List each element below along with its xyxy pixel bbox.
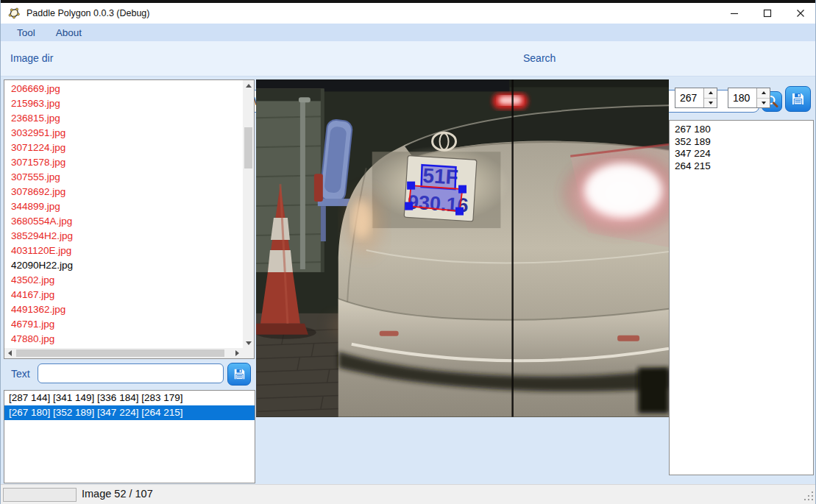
polygon-annotation-selected[interactable] bbox=[409, 185, 463, 211]
points-list: 267 180352 189347 224264 215 bbox=[669, 120, 814, 475]
statusbar: Image 52 / 107 bbox=[1, 484, 816, 504]
file-list-item[interactable]: 4491362.jpg bbox=[4, 302, 243, 317]
window-controls bbox=[717, 3, 816, 24]
polygon-list: [287 144] [341 149] [336 184] [283 179][… bbox=[4, 390, 255, 483]
x-spin-down-button[interactable] bbox=[704, 98, 717, 108]
titlebar: Paddle Polygon 0.0.3 (Debug) bbox=[1, 3, 816, 24]
progress-bar bbox=[3, 488, 77, 502]
close-button[interactable] bbox=[784, 3, 816, 24]
save-points-button[interactable] bbox=[785, 86, 811, 112]
file-list-item[interactable]: 47880.jpg bbox=[4, 332, 243, 347]
scroll-up-button[interactable] bbox=[243, 80, 254, 91]
minimize-button[interactable] bbox=[717, 3, 751, 24]
image-canvas[interactable]: 51F 930.16 bbox=[256, 79, 669, 417]
point-list-item[interactable]: 347 224 bbox=[670, 148, 813, 160]
file-list-item[interactable]: 206669.jpg bbox=[4, 82, 243, 96]
file-list-item[interactable]: 344899.jpg bbox=[4, 199, 243, 214]
polygon-list-item[interactable]: [267 180] [352 189] [347 224] [264 215] bbox=[4, 405, 255, 420]
file-list: 206669.jpg215963.jpg236815.jpg3032951.jp… bbox=[4, 79, 255, 359]
spin-up-icon bbox=[709, 91, 713, 94]
file-list-item[interactable]: 3032951.jpg bbox=[4, 126, 243, 141]
file-list-item[interactable]: 3078692.jpg bbox=[4, 185, 243, 199]
file-list-vscrollbar[interactable] bbox=[243, 80, 254, 349]
file-list-item[interactable]: 3071578.jpg bbox=[4, 155, 243, 170]
polygon-handle[interactable] bbox=[407, 182, 415, 190]
x-coordinate-input[interactable] bbox=[675, 88, 703, 107]
file-list-rows: 206669.jpg215963.jpg236815.jpg3032951.jp… bbox=[4, 82, 243, 348]
point-list-item[interactable]: 264 215 bbox=[670, 160, 813, 173]
file-list-item[interactable]: 44167.jpg bbox=[4, 288, 243, 302]
x-spin-up-button[interactable] bbox=[704, 88, 717, 98]
image-dir-label: Image dir bbox=[10, 52, 53, 64]
close-icon bbox=[796, 9, 805, 18]
menu-item[interactable]: About bbox=[52, 26, 86, 40]
file-list-item[interactable]: 4031120E.jpg bbox=[4, 244, 243, 258]
polygon-handle[interactable] bbox=[405, 202, 413, 210]
file-list-item[interactable]: 215963.jpg bbox=[4, 96, 243, 111]
file-list-item[interactable]: 3071224.jpg bbox=[4, 141, 243, 155]
photo-car-rear: 51F 930.16 bbox=[256, 79, 669, 417]
chevron-up-icon bbox=[246, 84, 252, 88]
resize-grip[interactable] bbox=[804, 491, 813, 500]
vscrollbar-thumb[interactable] bbox=[244, 127, 252, 168]
app-icon bbox=[7, 7, 21, 20]
text-label: Text bbox=[11, 368, 30, 380]
scroll-left-button[interactable] bbox=[4, 348, 15, 358]
spin-up-icon bbox=[762, 91, 766, 94]
maximize-button[interactable] bbox=[751, 3, 784, 24]
scroll-down-button[interactable] bbox=[243, 338, 254, 349]
menubar: ToolAbout bbox=[1, 24, 816, 41]
save-text-button[interactable] bbox=[227, 363, 251, 386]
file-list-item[interactable]: 385294H2.jpg bbox=[4, 229, 243, 244]
maximize-icon bbox=[763, 9, 772, 18]
file-list-hscrollbar[interactable] bbox=[4, 348, 243, 358]
app-window: Paddle Polygon 0.0.3 (Debug) ToolAbout I… bbox=[0, 0, 816, 504]
toolbar: Image dir Search bbox=[1, 41, 816, 77]
file-list-item[interactable]: 46791.jpg bbox=[4, 317, 243, 332]
file-list-item[interactable]: 43502.jpg bbox=[4, 273, 243, 288]
y-coordinate-input[interactable] bbox=[728, 88, 756, 107]
chevron-left-icon bbox=[8, 350, 12, 356]
file-list-item[interactable]: 3680554A.jpg bbox=[4, 214, 243, 229]
hscrollbar-thumb[interactable] bbox=[16, 349, 224, 357]
floppy-disk-icon bbox=[790, 91, 806, 107]
status-text: Image 52 / 107 bbox=[82, 488, 153, 500]
polygon-annotation[interactable] bbox=[422, 165, 456, 189]
text-input[interactable] bbox=[38, 363, 224, 383]
search-label: Search bbox=[523, 52, 556, 64]
y-spinbox bbox=[728, 88, 770, 108]
point-list-item[interactable]: 352 189 bbox=[670, 136, 813, 149]
y-spin-down-button[interactable] bbox=[757, 98, 770, 108]
spin-down-icon bbox=[709, 102, 713, 104]
chevron-right-icon bbox=[235, 350, 239, 356]
polygon-handle[interactable] bbox=[455, 207, 464, 216]
floppy-disk-icon bbox=[233, 367, 246, 381]
polygon-list-item[interactable]: [287 144] [341 149] [336 184] [283 179] bbox=[4, 391, 255, 405]
polygon-handle[interactable] bbox=[458, 185, 466, 194]
window-title: Paddle Polygon 0.0.3 (Debug) bbox=[26, 8, 149, 18]
chevron-down-icon bbox=[246, 341, 252, 345]
file-list-item[interactable]: 236815.jpg bbox=[4, 111, 243, 126]
file-list-item[interactable]: 42090H22.jpg bbox=[4, 258, 243, 273]
file-list-item[interactable]: 307555.jpg bbox=[4, 170, 243, 185]
x-spinbox bbox=[675, 88, 717, 108]
scroll-right-button[interactable] bbox=[232, 348, 243, 358]
menu-item[interactable]: Tool bbox=[13, 26, 40, 40]
y-spin-up-button[interactable] bbox=[757, 88, 770, 98]
scrollbar-corner bbox=[243, 348, 254, 358]
point-list-item[interactable]: 267 180 bbox=[670, 124, 813, 136]
spin-down-icon bbox=[762, 102, 766, 104]
minimize-icon bbox=[730, 9, 739, 18]
